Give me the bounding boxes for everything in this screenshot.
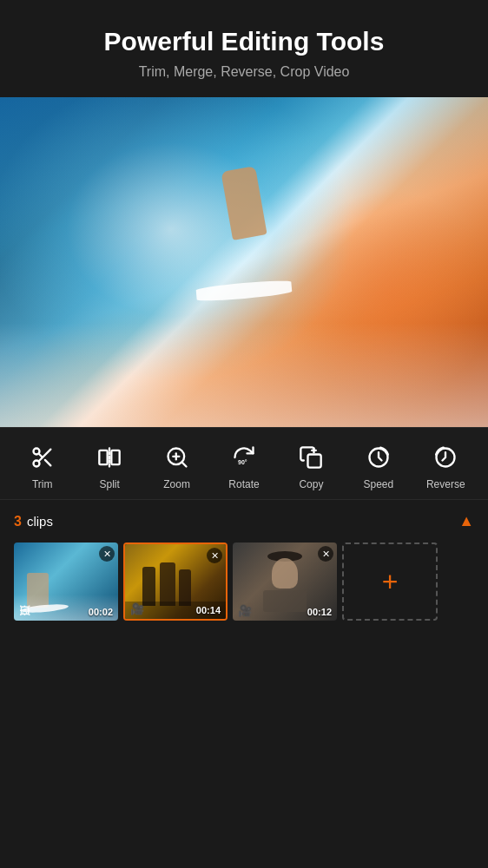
toolbar: Trim Split Zoom [0, 427, 488, 500]
speed-label: Speed [363, 478, 393, 490]
speed-tool[interactable]: Speed [345, 444, 412, 490]
plus-icon: + [382, 566, 399, 598]
clips-section: 3 clips ▲ ✕ 🖼 00:02 ✕ [0, 500, 488, 621]
clip-duration-3: 00:12 [307, 607, 332, 617]
chevron-up-icon[interactable]: ▲ [458, 512, 474, 530]
clip-type-icon-3: 🎥 [238, 604, 252, 617]
reverse-label: Reverse [426, 478, 465, 490]
zoom-label: Zoom [163, 478, 190, 490]
header-section: Powerful Editing Tools Trim, Merge, Reve… [0, 0, 488, 97]
scissors-icon [30, 444, 55, 471]
speed-icon [366, 444, 391, 471]
svg-rect-13 [308, 455, 321, 468]
reverse-icon [433, 444, 458, 471]
trim-tool[interactable]: Trim [9, 444, 76, 490]
svg-rect-6 [111, 450, 119, 464]
zoom-tool[interactable]: Zoom [143, 444, 210, 490]
clips-header: 3 clips ▲ [14, 512, 474, 530]
copy-label: Copy [299, 478, 323, 490]
clip-close-1[interactable]: ✕ [99, 546, 115, 562]
clips-label: clips [27, 514, 53, 529]
clip-duration-2: 00:14 [196, 605, 221, 615]
video-preview[interactable] [0, 97, 488, 427]
clip-item-1[interactable]: ✕ 🖼 00:02 [14, 542, 118, 621]
trim-label: Trim [32, 478, 53, 490]
clip-type-icon-1: 🖼 [19, 604, 30, 617]
clip-duration-1: 00:02 [89, 607, 113, 617]
copy-tool[interactable]: Copy [278, 444, 345, 490]
svg-line-3 [45, 460, 50, 465]
split-tool[interactable]: Split [76, 444, 142, 490]
clips-row: ✕ 🖼 00:02 ✕ 🎥 00:14 ✕ [14, 542, 474, 621]
rotate-label: Rotate [228, 478, 259, 490]
rotate-icon: 90° [232, 444, 256, 471]
clips-count: 3 [14, 514, 22, 529]
split-icon [97, 444, 122, 471]
rotate-tool[interactable]: 90° Rotate [210, 444, 277, 490]
clip-item-2[interactable]: ✕ 🎥 00:14 [123, 542, 228, 621]
svg-text:90°: 90° [238, 459, 247, 465]
page-subtitle: Trim, Merge, Reverse, Crop Video [17, 64, 471, 80]
reverse-tool[interactable]: Reverse [412, 444, 479, 490]
svg-rect-5 [99, 450, 107, 464]
clip-close-3[interactable]: ✕ [318, 546, 333, 562]
split-label: Split [99, 478, 119, 490]
svg-line-4 [38, 453, 43, 457]
clip-close-2[interactable]: ✕ [207, 548, 222, 563]
copy-icon [299, 444, 323, 471]
add-clip-button[interactable]: + [342, 542, 438, 621]
page-title: Powerful Editing Tools [17, 26, 471, 57]
clip-item-3[interactable]: ✕ 🎥 00:12 [233, 542, 337, 621]
svg-line-9 [181, 462, 186, 466]
clip-type-icon-2: 🎥 [130, 602, 144, 615]
zoom-icon [165, 444, 189, 471]
